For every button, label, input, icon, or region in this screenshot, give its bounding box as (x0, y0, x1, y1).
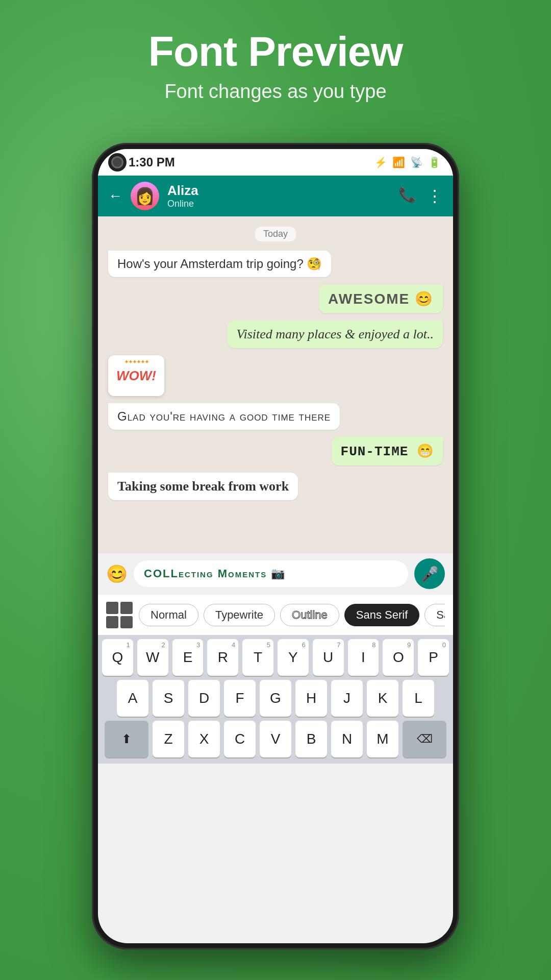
key-h[interactable]: H (295, 680, 327, 717)
key-f[interactable]: F (224, 680, 256, 717)
font-selector: Normal Typewrite Outline Sans Serif Sans (98, 594, 453, 635)
message-5: FUN-TIME 😁 (332, 437, 443, 465)
back-button[interactable]: ← (108, 188, 122, 204)
apps-button[interactable] (106, 602, 133, 628)
message-3: Visited many places & enjoyed a lot.. (227, 321, 443, 348)
font-options: Normal Typewrite Outline Sans Serif Sans (139, 604, 445, 626)
input-bar: 😊 COLLecting Moments 📷 🎤 (98, 553, 453, 594)
keyboard-row-2: A S D F G H J K L (102, 680, 449, 717)
key-e[interactable]: 3E (172, 639, 204, 676)
key-q[interactable]: 1Q (102, 639, 133, 676)
key-i[interactable]: 8I (348, 639, 379, 676)
text-input[interactable]: COLLecting Moments 📷 (134, 560, 408, 587)
chat-header: ← 👩 Aliza Online 📞 ⋮ (98, 176, 453, 216)
key-shift[interactable]: ⬆ (105, 721, 148, 757)
message-sticker: ✦✦✦✦✦✦ WOW! (108, 355, 164, 396)
page-title: Font Preview (0, 31, 551, 72)
contact-name: Aliza (167, 183, 390, 199)
wow-sticker: ✦✦✦✦✦✦ WOW! (108, 355, 164, 396)
font-normal[interactable]: Normal (139, 604, 198, 626)
font-typewrite[interactable]: Typewrite (204, 604, 275, 626)
status-time: 1:30 PM (129, 155, 175, 169)
key-l[interactable]: L (403, 680, 434, 717)
key-o[interactable]: 9O (383, 639, 414, 676)
status-icons: ⚡ 📶 📡 🔋 (374, 156, 441, 168)
status-bar: 1:30 PM ⚡ 📶 📡 🔋 (98, 149, 453, 176)
phone-icon[interactable]: 📞 (398, 186, 416, 206)
key-c[interactable]: C (224, 721, 256, 757)
key-y[interactable]: 6Y (278, 639, 309, 676)
key-g[interactable]: G (260, 680, 291, 717)
chat-area: Today How's your Amsterdam trip going? 🧐… (98, 216, 453, 553)
font-sans-serif[interactable]: Sans Serif (344, 604, 420, 626)
font-outline[interactable]: Outline (280, 604, 339, 626)
keyboard-row-1: 1Q 2W 3E 4R 5T 6Y 7U 8I 9O 0P (102, 639, 449, 676)
keyboard-row-3: ⬆ Z X C V B N M ⌫ (102, 721, 449, 757)
emoji-button[interactable]: 😊 (106, 564, 128, 584)
message-2: AWESOME 😊 (319, 284, 443, 313)
key-z[interactable]: Z (153, 721, 184, 757)
date-label: Today (255, 227, 296, 241)
key-backspace[interactable]: ⌫ (403, 721, 446, 757)
font-sans[interactable]: Sans (424, 604, 445, 626)
key-d[interactable]: D (188, 680, 220, 717)
key-w[interactable]: 2W (137, 639, 168, 676)
key-x[interactable]: X (188, 721, 220, 757)
camera-notch (108, 153, 127, 172)
input-text: COLLecting Moments 📷 (144, 567, 398, 580)
key-t[interactable]: 5T (242, 639, 273, 676)
key-s[interactable]: S (153, 680, 184, 717)
avatar: 👩 (131, 182, 159, 210)
contact-info: Aliza Online (167, 183, 390, 209)
phone-frame: 1:30 PM ⚡ 📶 📡 🔋 ← 👩 Aliza Online 📞 (92, 143, 459, 949)
key-n[interactable]: N (331, 721, 363, 757)
message-4: Glad you're having a good time there (108, 403, 340, 430)
message-6: Taking some break from work (108, 473, 298, 500)
power-button (458, 245, 459, 296)
key-m[interactable]: M (367, 721, 398, 757)
key-v[interactable]: V (260, 721, 291, 757)
bluetooth-icon: ⚡ (374, 156, 387, 168)
key-j[interactable]: J (331, 680, 363, 717)
key-u[interactable]: 7U (313, 639, 344, 676)
battery-icon: 🔋 (428, 156, 441, 168)
header-actions: 📞 ⋮ (398, 186, 443, 206)
keyboard: 1Q 2W 3E 4R 5T 6Y 7U 8I 9O 0P A S D F G … (98, 635, 453, 764)
more-icon[interactable]: ⋮ (427, 186, 443, 206)
message-1: How's your Amsterdam trip going? 🧐 (108, 251, 331, 277)
phone-inner: 1:30 PM ⚡ 📶 📡 🔋 ← 👩 Aliza Online 📞 (98, 149, 453, 943)
wifi-icon: 📶 (392, 156, 405, 168)
key-a[interactable]: A (117, 680, 148, 717)
contact-status: Online (167, 199, 390, 209)
key-b[interactable]: B (295, 721, 327, 757)
signal-icon: 📡 (410, 156, 423, 168)
page-subtitle: Font changes as you type (0, 81, 551, 103)
mic-button[interactable]: 🎤 (414, 558, 445, 589)
key-k[interactable]: K (367, 680, 398, 717)
key-r[interactable]: 4R (207, 639, 238, 676)
key-p[interactable]: 0P (418, 639, 449, 676)
header-area: Font Preview Font changes as you type (0, 31, 551, 103)
